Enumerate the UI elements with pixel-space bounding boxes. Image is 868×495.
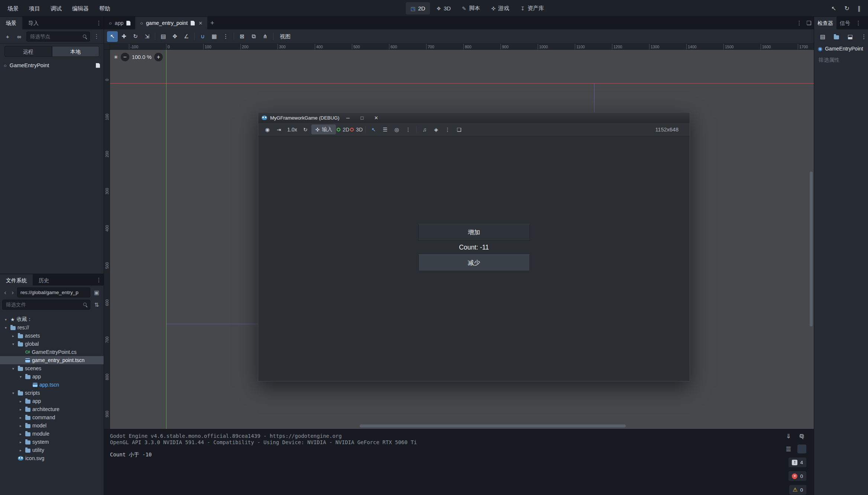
increase-button[interactable]: 增加 [418,224,530,241]
chevron-right-icon[interactable]: ▸ [18,416,23,420]
camera-2d-toggle[interactable]: 2D [337,124,349,134]
history-forward-icon[interactable]: › [10,289,16,296]
input-mode-toggle[interactable]: ✜输入 [311,124,336,134]
tab-文件系统[interactable]: 文件系统 [0,274,33,286]
file-tree-item[interactable]: ▸utility [0,446,104,454]
message-count-badge[interactable]: !4 [788,457,806,467]
split-view-icon[interactable]: ▣ [92,289,101,296]
file-tree-item[interactable]: ▾global [0,340,104,348]
local-tab[interactable]: 本地 [52,46,100,57]
inspector-filter[interactable]: 筛选属性 [814,53,868,67]
mode-3d[interactable]: ❖3D [431,2,456,14]
mode-assetlib[interactable]: ↧资产库 [516,2,549,14]
filesystem-menu-icon[interactable]: ⋮ [94,274,104,286]
pan-tool[interactable]: ✥ [169,31,180,42]
mode-game[interactable]: ✜游戏 [486,2,514,14]
game-select-tool[interactable]: ↖ [368,124,379,134]
chevron-right-icon[interactable]: ▸ [18,399,23,403]
error-count-badge[interactable]: ✕0 [788,471,806,481]
chevron-down-icon[interactable]: ▾ [10,391,16,395]
save-log-icon[interactable]: ⇓ [784,432,793,440]
save-resource-icon[interactable]: ⬓ [846,33,854,41]
tab-检查器[interactable]: 检查器 [814,17,836,29]
close-icon[interactable]: ✕ [198,20,203,26]
search-log-icon[interactable] [797,444,806,453]
file-tree-item[interactable]: ▾res:// [0,323,104,332]
menu-调试[interactable]: 调试 [45,0,67,17]
mode-2d[interactable]: ◳2D [406,2,430,14]
mode-script[interactable]: ✎脚本 [457,2,485,14]
chevron-down-icon[interactable]: ▾ [3,326,9,330]
chevron-right-icon[interactable]: ▸ [18,448,23,452]
reset-speed-button[interactable]: ↻ [300,124,311,134]
debug-menu-button[interactable]: ◉ [262,124,273,134]
decrease-button[interactable]: 减少 [418,254,530,271]
chevron-right-icon[interactable]: ▸ [18,424,23,428]
game-window-titlebar[interactable]: MyGFrameworkGame (DEBUG) ─ □ ✕ [258,113,690,123]
touch-cursor-icon[interactable]: ↖ [831,5,836,12]
group-node-button[interactable]: ⧉ [248,31,259,42]
zoom-in-button[interactable]: + [154,53,163,61]
file-tree-item[interactable]: C#GameEntryPoint.cs [0,348,104,356]
embed-options-menu[interactable]: ⋮ [442,124,453,134]
file-tree-item[interactable]: ▸command [0,413,104,421]
camera-override-button[interactable]: ◈ [431,124,441,134]
visibility-button[interactable]: ◎ [391,124,402,134]
chevron-down-icon[interactable]: ▾ [18,375,23,379]
menu-场景[interactable]: 场景 [2,0,24,17]
skeleton-options-menu[interactable]: ⋔ [260,31,271,42]
smart-snap-toggle[interactable]: ∪ [197,31,208,42]
scene-dock-menu-icon[interactable]: ⋮ [94,17,104,29]
chevron-down-icon[interactable]: ▾ [3,317,9,322]
file-tree-item[interactable]: ▸assets [0,332,104,340]
file-tree-item[interactable]: game_entry_point.tscn [0,356,104,364]
fullscreen-button[interactable]: ❏ [454,124,464,134]
current-path-input[interactable] [17,287,90,297]
chevron-right-icon[interactable]: ▸ [18,432,23,436]
maximize-button[interactable]: □ [356,115,367,121]
horizontal-scrollbar[interactable] [360,424,626,427]
file-tree-item[interactable]: ▸system [0,438,104,446]
minimize-button[interactable]: ─ [342,115,353,121]
file-tree-item[interactable]: ▾app [0,372,104,381]
editor-layout-menu-icon[interactable]: ⋮ [794,17,804,29]
node-picker-button[interactable]: ☰ [380,124,391,134]
instantiate-scene-button[interactable]: ∞ [14,31,25,42]
zoom-level-label[interactable]: 100.0 % [132,54,152,60]
script-icon[interactable] [96,63,100,68]
grid-snap-toggle[interactable]: ▦ [209,31,220,42]
inspector-dock-menu-icon[interactable]: ⋮ [854,20,863,26]
close-button[interactable]: ✕ [370,115,382,121]
warning-count-badge[interactable]: ⚠0 [789,485,806,495]
pause-icon[interactable]: ∥ [858,5,861,12]
add-scene-tab-button[interactable]: + [207,17,217,29]
inspector-node-row[interactable]: ◉ GameEntryPoint [814,44,868,53]
snap-options-menu[interactable]: ⋮ [220,31,231,42]
distraction-free-icon[interactable]: ❏ [804,17,814,29]
ruler-tool[interactable]: ∠ [181,31,192,42]
view-menu[interactable]: 视图 [275,33,295,40]
tab-导入[interactable]: 导入 [22,17,45,29]
chevron-right-icon[interactable]: ▸ [10,334,16,338]
chevron-right-icon[interactable]: ▸ [18,440,23,444]
new-resource-icon[interactable]: ▤ [819,33,827,41]
file-tree-item[interactable]: app.tscn [0,381,104,389]
menu-项目[interactable]: 项目 [24,0,45,17]
sort-files-icon[interactable]: ⇅ [92,302,101,308]
sun-icon[interactable]: ✳ [114,54,118,60]
file-tree-item[interactable]: icon.svg [0,454,104,462]
list-select-tool[interactable]: ▤ [158,31,169,42]
lock-node-button[interactable]: ⊠ [237,31,247,42]
history-back-icon[interactable]: ‹ [2,289,8,296]
camera-3d-toggle[interactable]: 3D [350,124,363,134]
scale-tool[interactable]: ⇲ [142,31,152,42]
chevron-right-icon[interactable]: ▸ [18,407,23,411]
file-tree-item[interactable]: ▾★收藏： [0,315,104,323]
scene-tree-root-node[interactable]: ○ GameEntryPoint [0,61,104,70]
tab-历史[interactable]: 历史 [33,274,55,286]
file-tree-item[interactable]: ▾scenes [0,364,104,372]
tab-信号[interactable]: 信号 [836,17,854,29]
zoom-out-button[interactable]: − [121,53,129,61]
clear-log-icon[interactable]: ☰ [784,444,793,453]
rotate-tool[interactable]: ↻ [130,31,141,42]
